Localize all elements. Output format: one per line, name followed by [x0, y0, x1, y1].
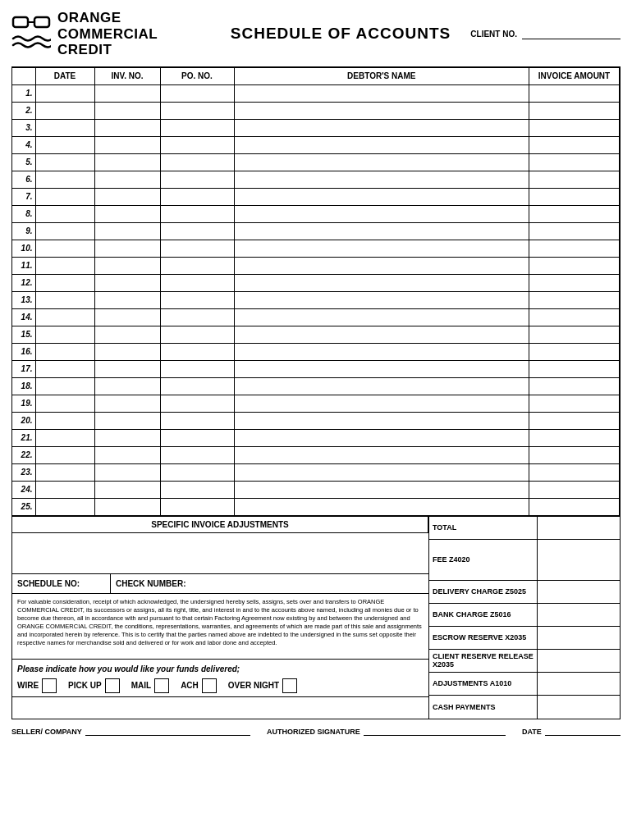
- row-inv-no[interactable]: [94, 429, 160, 446]
- row-debtor[interactable]: [234, 377, 529, 395]
- row-invoice-amount[interactable]: [529, 257, 620, 274]
- fund-checkbox[interactable]: [282, 678, 297, 693]
- row-inv-no[interactable]: [94, 498, 160, 515]
- row-inv-no[interactable]: [94, 119, 160, 136]
- row-invoice-amount[interactable]: [529, 171, 620, 188]
- row-debtor[interactable]: [234, 429, 529, 446]
- row-invoice-amount[interactable]: [529, 446, 620, 463]
- row-po-no[interactable]: [160, 119, 234, 136]
- row-po-no[interactable]: [160, 308, 234, 326]
- row-debtor[interactable]: [234, 119, 529, 136]
- row-po-no[interactable]: [160, 412, 234, 429]
- row-inv-no[interactable]: [94, 343, 160, 360]
- row-invoice-amount[interactable]: [529, 274, 620, 291]
- row-invoice-amount[interactable]: [529, 412, 620, 429]
- row-date[interactable]: [35, 326, 94, 343]
- row-debtor[interactable]: [234, 360, 529, 377]
- row-invoice-amount[interactable]: [529, 326, 620, 343]
- row-debtor[interactable]: [234, 205, 529, 222]
- row-po-no[interactable]: [160, 446, 234, 463]
- row-inv-no[interactable]: [94, 360, 160, 377]
- row-po-no[interactable]: [160, 274, 234, 291]
- row-inv-no[interactable]: [94, 274, 160, 291]
- row-po-no[interactable]: [160, 326, 234, 343]
- row-debtor[interactable]: [234, 136, 529, 153]
- row-date[interactable]: [35, 395, 94, 412]
- authorized-sig-line[interactable]: [364, 724, 506, 736]
- row-debtor[interactable]: [234, 463, 529, 481]
- row-date[interactable]: [35, 498, 94, 515]
- row-inv-no[interactable]: [94, 153, 160, 171]
- row-debtor[interactable]: [234, 308, 529, 326]
- row-po-no[interactable]: [160, 171, 234, 188]
- row-po-no[interactable]: [160, 291, 234, 308]
- row-po-no[interactable]: [160, 360, 234, 377]
- row-invoice-amount[interactable]: [529, 119, 620, 136]
- row-inv-no[interactable]: [94, 222, 160, 240]
- row-date[interactable]: [35, 84, 94, 102]
- fund-checkbox[interactable]: [154, 678, 169, 693]
- row-po-no[interactable]: [160, 188, 234, 205]
- row-invoice-amount[interactable]: [529, 498, 620, 515]
- row-debtor[interactable]: [234, 412, 529, 429]
- row-debtor[interactable]: [234, 274, 529, 291]
- fund-checkbox[interactable]: [202, 678, 217, 693]
- row-date[interactable]: [35, 429, 94, 446]
- row-po-no[interactable]: [160, 222, 234, 240]
- fund-checkbox[interactable]: [42, 678, 57, 693]
- row-date[interactable]: [35, 274, 94, 291]
- row-date[interactable]: [35, 240, 94, 257]
- row-date[interactable]: [35, 205, 94, 222]
- row-invoice-amount[interactable]: [529, 136, 620, 153]
- row-invoice-amount[interactable]: [529, 429, 620, 446]
- row-debtor[interactable]: [234, 240, 529, 257]
- row-inv-no[interactable]: [94, 136, 160, 153]
- row-invoice-amount[interactable]: [529, 240, 620, 257]
- date-line[interactable]: [545, 724, 621, 736]
- row-debtor[interactable]: [234, 291, 529, 308]
- row-po-no[interactable]: [160, 240, 234, 257]
- row-inv-no[interactable]: [94, 326, 160, 343]
- row-inv-no[interactable]: [94, 102, 160, 119]
- row-inv-no[interactable]: [94, 291, 160, 308]
- row-date[interactable]: [35, 222, 94, 240]
- row-inv-no[interactable]: [94, 463, 160, 481]
- row-inv-no[interactable]: [94, 308, 160, 326]
- row-po-no[interactable]: [160, 463, 234, 481]
- row-po-no[interactable]: [160, 84, 234, 102]
- row-date[interactable]: [35, 136, 94, 153]
- row-inv-no[interactable]: [94, 205, 160, 222]
- row-date[interactable]: [35, 119, 94, 136]
- row-debtor[interactable]: [234, 343, 529, 360]
- row-invoice-amount[interactable]: [529, 360, 620, 377]
- row-date[interactable]: [35, 291, 94, 308]
- seller-line[interactable]: [85, 724, 250, 736]
- row-inv-no[interactable]: [94, 240, 160, 257]
- row-date[interactable]: [35, 360, 94, 377]
- row-debtor[interactable]: [234, 188, 529, 205]
- row-debtor[interactable]: [234, 326, 529, 343]
- row-inv-no[interactable]: [94, 188, 160, 205]
- row-debtor[interactable]: [234, 102, 529, 119]
- row-inv-no[interactable]: [94, 377, 160, 395]
- row-invoice-amount[interactable]: [529, 84, 620, 102]
- row-po-no[interactable]: [160, 481, 234, 498]
- row-invoice-amount[interactable]: [529, 102, 620, 119]
- row-invoice-amount[interactable]: [529, 222, 620, 240]
- row-inv-no[interactable]: [94, 84, 160, 102]
- row-po-no[interactable]: [160, 102, 234, 119]
- specific-inv-area[interactable]: [12, 533, 428, 574]
- fund-checkbox[interactable]: [105, 678, 120, 693]
- row-inv-no[interactable]: [94, 446, 160, 463]
- row-invoice-amount[interactable]: [529, 153, 620, 171]
- row-date[interactable]: [35, 377, 94, 395]
- row-debtor[interactable]: [234, 222, 529, 240]
- row-debtor[interactable]: [234, 481, 529, 498]
- row-po-no[interactable]: [160, 257, 234, 274]
- row-po-no[interactable]: [160, 205, 234, 222]
- row-invoice-amount[interactable]: [529, 308, 620, 326]
- row-date[interactable]: [35, 257, 94, 274]
- row-po-no[interactable]: [160, 343, 234, 360]
- row-debtor[interactable]: [234, 257, 529, 274]
- row-date[interactable]: [35, 308, 94, 326]
